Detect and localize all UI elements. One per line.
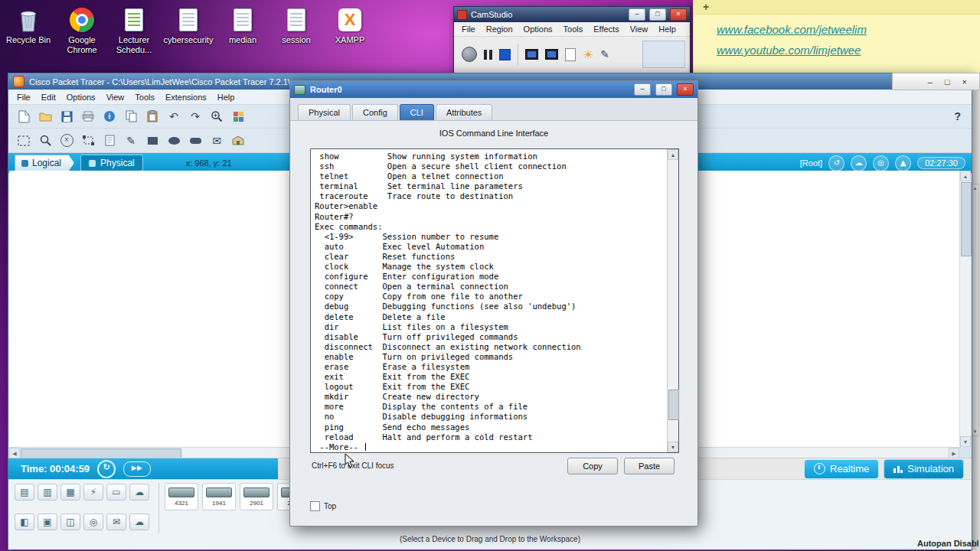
copy-button[interactable]: Copy <box>567 458 618 474</box>
activity-wizard-button[interactable]: i <box>100 107 119 126</box>
new-note-button[interactable]: + <box>703 1 709 13</box>
camstudio-menu-item[interactable]: Effects <box>588 24 624 34</box>
redo-icon[interactable]: ↷ <box>186 107 204 126</box>
router0-titlebar[interactable]: Router0 – □ × <box>290 81 697 98</box>
minimize-button[interactable]: – <box>928 77 933 86</box>
camstudio-menu-item[interactable]: Region <box>481 24 518 34</box>
packet-tracer-menu-item[interactable]: Edit <box>36 93 61 102</box>
resize-shape-tool[interactable] <box>79 132 97 150</box>
environment-button[interactable]: ☁ <box>851 155 867 171</box>
scroll-down-icon[interactable]: ▼ <box>960 436 971 447</box>
device-category-icon[interactable]: ▥ <box>38 484 57 500</box>
desktop-icon-xampp[interactable]: X XAMPP <box>325 5 375 45</box>
close-button[interactable]: × <box>670 8 687 21</box>
cli-terminal[interactable]: show Show running system information ssh… <box>310 148 679 453</box>
paste-button[interactable] <box>143 107 162 126</box>
maximize-button[interactable]: □ <box>649 8 666 21</box>
packet-tracer-menu-item[interactable]: View <box>101 93 130 102</box>
palette-button[interactable] <box>229 107 247 126</box>
camstudio-menu-item[interactable]: Options <box>518 24 558 34</box>
tab-logical[interactable]: Logical <box>15 155 74 171</box>
packet-tracer-menu-item[interactable]: Options <box>61 93 101 102</box>
close-button[interactable]: × <box>962 77 967 86</box>
device-model[interactable]: 4321 <box>165 483 198 510</box>
scroll-down-icon[interactable]: ▼ <box>668 442 678 452</box>
zoom-in-button[interactable] <box>207 107 226 126</box>
record-button[interactable] <box>462 47 477 62</box>
root-cluster-label[interactable]: [Root] <box>800 158 822 168</box>
packet-tracer-menu-item[interactable]: Tools <box>129 93 160 102</box>
annotation-pen-icon[interactable]: ✎ <box>600 48 609 60</box>
device-category-icon[interactable]: ◎ <box>83 514 103 530</box>
device-category-icon[interactable]: ◧ <box>15 514 34 530</box>
add-complex-pdu-tool[interactable] <box>229 132 247 150</box>
open-file-button[interactable] <box>36 107 54 126</box>
close-button[interactable]: × <box>677 83 694 96</box>
top-checkbox[interactable] <box>310 501 320 511</box>
restore-button[interactable]: □ <box>945 77 950 86</box>
options-sun-icon[interactable]: ☀ <box>583 47 593 62</box>
fullscreen-icon[interactable] <box>545 49 558 60</box>
device-category-icon[interactable]: ◫ <box>60 514 80 530</box>
desktop-icon-session[interactable]: session <box>271 5 322 45</box>
paste-button[interactable]: Paste <box>624 458 675 474</box>
device-category-icon[interactable]: ▭ <box>106 484 126 500</box>
device-category-icon[interactable]: ⚡ <box>83 484 103 500</box>
device-category-icon[interactable]: ☁ <box>129 514 149 530</box>
region-icon[interactable] <box>525 49 538 60</box>
pause-button[interactable] <box>484 50 492 60</box>
device-category-icon[interactable]: ▣ <box>38 514 57 530</box>
annotation-page-icon[interactable] <box>565 48 576 61</box>
select-tool[interactable] <box>15 132 33 150</box>
device-model[interactable]: 2901 <box>240 483 273 510</box>
canvas-vertical-scrollbar[interactable]: ▲ ▼ <box>959 171 971 447</box>
simulation-mode-button[interactable]: Simulation <box>884 459 964 479</box>
maximize-button[interactable]: □ <box>655 83 672 96</box>
device-category-icon[interactable]: ✉ <box>106 514 126 530</box>
tab-config[interactable]: Config <box>352 104 398 120</box>
draw-ellipse-tool[interactable] <box>165 132 183 150</box>
scroll-up-icon[interactable]: ▲ <box>668 149 678 160</box>
minimize-button[interactable]: – <box>634 83 651 96</box>
draw-pencil-tool[interactable]: ✎ <box>122 132 140 150</box>
terminal-scrollbar[interactable]: ▲ ▼ <box>667 149 678 452</box>
device-category-icon[interactable]: ▦ <box>60 484 80 500</box>
print-button[interactable] <box>79 107 97 126</box>
packet-tracer-menu-item[interactable]: Extensions <box>160 93 212 102</box>
device-model[interactable]: 1941 <box>202 483 236 510</box>
tab-cli[interactable]: CLI <box>400 104 434 120</box>
camstudio-menu-item[interactable]: Tools <box>558 24 589 34</box>
tab-attributes[interactable]: Attributes <box>436 104 492 120</box>
packet-tracer-menu-item[interactable]: Help <box>212 93 240 102</box>
place-note-tool[interactable] <box>100 132 119 150</box>
tab-physical[interactable]: Physical <box>80 155 143 171</box>
camstudio-menu-item[interactable]: Help <box>653 24 681 34</box>
help-icon[interactable]: ? <box>954 110 961 122</box>
desktop-icon-google-chrome[interactable]: Google Chrome <box>57 5 107 54</box>
inspect-tool[interactable] <box>36 132 54 150</box>
scrollbar-thumb[interactable] <box>668 390 679 420</box>
sticky-note-link[interactable]: www.youtube.com/limjetwee <box>717 40 980 60</box>
minimize-button[interactable]: – <box>629 8 645 21</box>
device-category-icon[interactable]: ▤ <box>15 484 34 500</box>
realtime-mode-button[interactable]: Realtime <box>804 459 879 479</box>
scrollbar-thumb[interactable] <box>961 182 972 256</box>
environment-button[interactable]: ▲ <box>895 155 911 171</box>
tab-physical[interactable]: Physical <box>298 104 351 120</box>
desktop-icon-median[interactable]: median <box>217 5 268 45</box>
draw-freeform-tool[interactable] <box>186 132 204 150</box>
environment-time[interactable]: 02:27:30 <box>917 157 965 169</box>
device-category-icon[interactable]: ☁ <box>129 484 149 500</box>
scroll-left-icon[interactable]: ◀ <box>9 448 20 458</box>
stop-button[interactable] <box>499 49 511 60</box>
desktop-icon-recycle-bin[interactable]: Recycle Bin <box>3 5 54 45</box>
sticky-note-header[interactable]: + <box>694 0 980 15</box>
power-cycle-button[interactable]: ↻ <box>97 460 116 478</box>
desktop-icon-lecturer-schedule[interactable]: Lecturer Schedu... <box>109 5 159 54</box>
fast-forward-button[interactable]: ▶▶ <box>123 461 151 477</box>
scroll-up-icon[interactable]: ▲ <box>972 184 978 192</box>
copy-button[interactable] <box>122 107 140 126</box>
sticky-note-link[interactable]: www.facebook.com/jetweelim <box>717 19 980 40</box>
desktop-icon-cybersecurity[interactable]: cybersecurity <box>163 5 214 45</box>
scroll-up-icon[interactable]: ▲ <box>960 171 971 181</box>
